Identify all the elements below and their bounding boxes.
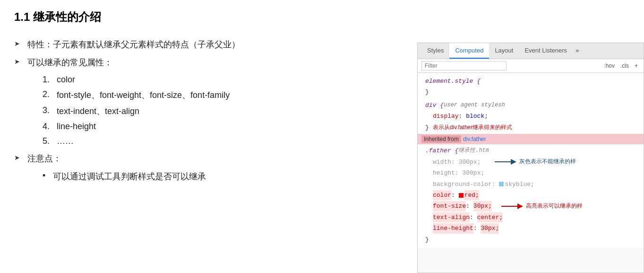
arrow-icon-3: ➤ xyxy=(14,154,20,161)
element-style-selector-text: element.style { xyxy=(425,76,481,86)
element-style-close: } xyxy=(421,87,640,97)
father-width-val: 300px; xyxy=(459,157,481,167)
father-close-row: } xyxy=(421,234,640,245)
devtools-body: element.style { } div { user agent style… xyxy=(418,73,644,248)
list-item-3: 3. text-indent、text-align xyxy=(43,106,408,117)
father-lineheight-prop: line-height xyxy=(433,223,473,233)
div-selector-text: div { xyxy=(425,100,444,110)
div-display-val: block xyxy=(466,111,484,121)
page-title: 1.1 继承性的介绍 xyxy=(14,9,408,25)
bullet-3-text: 注意点： xyxy=(27,153,61,164)
skyblue-swatch xyxy=(499,182,504,186)
father-file-link: 继承性.htm xyxy=(458,146,489,156)
bullet-2-text: 可以继承的常见属性： xyxy=(27,57,112,68)
red-swatch xyxy=(459,193,464,198)
devtools-filter-bar: :hov .cls + xyxy=(418,59,644,73)
plus-button[interactable]: + xyxy=(633,62,640,70)
father-textalign-prop: text-align xyxy=(433,212,470,222)
father-selector-row: .father { 继承性.htm xyxy=(421,145,640,156)
father-bgcolor-row: background-color : skyblue; xyxy=(421,179,640,190)
div-block: div { user agent stylesh display : block… xyxy=(418,99,644,134)
devtools-tabs: Styles Computed Layout Event Listeners » xyxy=(418,43,644,59)
filter-input[interactable] xyxy=(421,61,507,70)
div-annotation: 表示从div.father继承得来的样式 xyxy=(433,123,512,132)
father-bgcolor-val: skyblue; xyxy=(505,179,534,189)
numbered-list: 1. color 2. font-style、font-weight、font-… xyxy=(43,75,408,146)
list-text-2: font-style、font-weight、font-size、font-fa… xyxy=(57,89,230,101)
list-num-4: 4. xyxy=(43,122,57,132)
div-display-row: display : block ; xyxy=(421,111,640,122)
bullet-1: ➤ 特性：子元素有默认继承父元素样式的特点（子承父业） xyxy=(14,39,408,50)
father-selector-text: .father { xyxy=(425,146,458,156)
father-lineheight-val: 30px; xyxy=(481,223,499,233)
father-textalign-val: center; xyxy=(477,212,503,222)
sub-bullet-item-1: • 可以通过调试工具判断样式是否可以继承 xyxy=(43,171,408,182)
father-fontsize-val: 30px; xyxy=(473,201,492,211)
list-text-3: text-indent、text-align xyxy=(57,106,139,117)
left-panel: 1.1 继承性的介绍 ➤ 特性：子元素有默认继承父元素样式的特点（子承父业） ➤… xyxy=(14,9,417,273)
tab-computed[interactable]: Computed xyxy=(449,43,489,59)
inherited-class-name: div.father xyxy=(463,136,486,142)
sub-bullet-text-1: 可以通过调试工具判断样式是否可以继承 xyxy=(53,171,206,182)
blue-annotation: 灰色表示不能继承的样 xyxy=(495,157,576,167)
element-style-selector: element.style { xyxy=(421,76,640,87)
filter-buttons: :hov .cls + xyxy=(602,62,640,70)
list-num-5: 5. xyxy=(43,136,57,146)
tab-layout[interactable]: Layout xyxy=(489,43,519,59)
father-color-row: color : red; xyxy=(421,190,640,201)
arrow-icon-2: ➤ xyxy=(14,58,20,65)
list-item-5: 5. …… xyxy=(43,136,408,146)
tab-event-listeners[interactable]: Event Listeners xyxy=(519,43,573,59)
red-annotation: 高亮表示可以继承的样 xyxy=(501,202,583,211)
father-color-val: red; xyxy=(464,190,479,200)
main-container: 1.1 继承性的介绍 ➤ 特性：子元素有默认继承父元素样式的特点（子承父业） ➤… xyxy=(0,0,644,273)
sub-bullets: • 可以通过调试工具判断样式是否可以继承 xyxy=(43,171,408,182)
father-fontsize-prop: font-size xyxy=(433,201,466,211)
father-width-row: width : 300px; 灰色表示不能继承的样 xyxy=(421,157,640,167)
bullet-1-text: 特性：子元素有默认继承父元素样式的特点（子承父业） xyxy=(27,39,240,50)
div-close-row: } 表示从div.father继承得来的样式 xyxy=(421,122,640,133)
hov-button[interactable]: :hov xyxy=(602,62,617,70)
devtools-panel: Styles Computed Layout Event Listeners »… xyxy=(417,43,644,273)
father-height-val: 300px; xyxy=(462,168,484,178)
father-width-prop: width xyxy=(433,157,451,167)
father-textalign-row: text-align : center; xyxy=(421,212,640,223)
arrow-icon-1: ➤ xyxy=(14,40,20,47)
div-selector-row: div { user agent stylesh xyxy=(421,100,640,111)
list-text-5: …… xyxy=(57,136,74,146)
div-comment: user agent stylesh xyxy=(444,101,505,110)
list-item-1: 1. color xyxy=(43,75,408,85)
element-style-block: element.style { } xyxy=(418,75,644,99)
list-num-3: 3. xyxy=(43,106,57,117)
tab-styles[interactable]: Styles xyxy=(421,43,449,59)
inherited-banner: Inherited from div.father xyxy=(418,134,644,144)
sub-bullet-dot: • xyxy=(43,171,45,181)
bullet-2: ➤ 可以继承的常见属性： xyxy=(14,57,408,68)
red-arrow-svg xyxy=(501,203,525,210)
father-bgcolor-prop: background-color xyxy=(433,179,492,189)
list-item-2: 2. font-style、font-weight、font-size、font… xyxy=(43,89,408,101)
list-num-1: 1. xyxy=(43,75,57,85)
father-lineheight-row: line-height : 30px; xyxy=(421,223,640,234)
father-height-prop: height xyxy=(433,168,455,178)
cls-button[interactable]: .cls xyxy=(618,62,631,70)
list-num-2: 2. xyxy=(43,89,57,101)
inherited-from-label: Inherited from xyxy=(421,135,461,143)
bullet-3: ➤ 注意点： xyxy=(14,153,408,164)
father-fontsize-row: font-size : 30px; 高亮表示可以继承的样 xyxy=(421,201,640,211)
father-block: .father { 继承性.htm width : 300px; 灰色表示不能继… xyxy=(418,144,644,246)
div-display-prop: display xyxy=(433,111,459,121)
list-item-4: 4. line-height xyxy=(43,122,408,132)
list-text-4: line-height xyxy=(57,122,96,132)
father-height-row: height : 300px; xyxy=(421,167,640,178)
father-color-prop: color xyxy=(433,190,451,200)
blue-arrow-svg xyxy=(495,158,518,166)
tab-more[interactable]: » xyxy=(573,44,582,58)
list-text-1: color xyxy=(57,75,75,85)
